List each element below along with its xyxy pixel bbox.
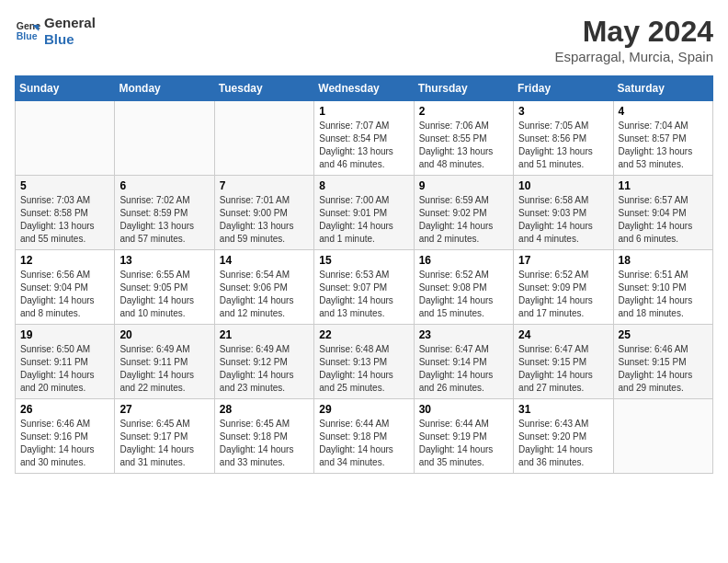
day-number: 16	[419, 254, 508, 267]
day-number: 29	[319, 403, 408, 416]
logo: General Blue General Blue	[15, 15, 96, 48]
calendar-cell	[115, 101, 214, 176]
day-info: Sunrise: 6:46 AM Sunset: 9:15 PM Dayligh…	[619, 343, 708, 395]
day-number: 12	[20, 254, 109, 267]
week-row-5: 26Sunrise: 6:46 AM Sunset: 9:16 PM Dayli…	[16, 399, 713, 474]
day-number: 3	[518, 105, 608, 118]
day-info: Sunrise: 6:44 AM Sunset: 9:18 PM Dayligh…	[319, 418, 408, 469]
day-info: Sunrise: 7:05 AM Sunset: 8:56 PM Dayligh…	[518, 120, 608, 171]
week-row-1: 1Sunrise: 7:07 AM Sunset: 8:54 PM Daylig…	[16, 101, 713, 176]
day-info: Sunrise: 6:45 AM Sunset: 9:18 PM Dayligh…	[220, 418, 309, 469]
logo-icon: General Blue	[15, 18, 40, 44]
calendar-cell: 13Sunrise: 6:55 AM Sunset: 9:05 PM Dayli…	[115, 250, 214, 325]
calendar-cell: 20Sunrise: 6:49 AM Sunset: 9:11 PM Dayli…	[115, 325, 214, 399]
calendar-cell: 1Sunrise: 7:07 AM Sunset: 8:54 PM Daylig…	[314, 101, 414, 176]
day-info: Sunrise: 7:02 AM Sunset: 8:59 PM Dayligh…	[119, 194, 209, 246]
calendar-cell: 27Sunrise: 6:45 AM Sunset: 9:17 PM Dayli…	[115, 399, 214, 474]
day-number: 15	[319, 254, 408, 267]
col-header-wednesday: Wednesday	[314, 76, 414, 101]
day-info: Sunrise: 6:52 AM Sunset: 9:08 PM Dayligh…	[419, 269, 508, 320]
day-number: 8	[319, 179, 408, 192]
day-info: Sunrise: 7:04 AM Sunset: 8:57 PM Dayligh…	[619, 120, 708, 171]
calendar-cell: 16Sunrise: 6:52 AM Sunset: 9:08 PM Dayli…	[414, 250, 513, 325]
day-info: Sunrise: 7:03 AM Sunset: 8:58 PM Dayligh…	[20, 194, 109, 246]
calendar-cell	[214, 101, 313, 176]
day-info: Sunrise: 6:57 AM Sunset: 9:04 PM Dayligh…	[619, 194, 708, 246]
subtitle: Esparragal, Murcia, Spain	[554, 49, 713, 64]
calendar-cell	[613, 399, 712, 474]
main-title: May 2024	[554, 15, 713, 49]
day-info: Sunrise: 6:54 AM Sunset: 9:06 PM Dayligh…	[220, 269, 309, 320]
day-info: Sunrise: 6:45 AM Sunset: 9:17 PM Dayligh…	[119, 418, 209, 469]
col-header-monday: Monday	[115, 76, 214, 101]
calendar-table: SundayMondayTuesdayWednesdayThursdayFrid…	[15, 75, 713, 474]
calendar-cell: 25Sunrise: 6:46 AM Sunset: 9:15 PM Dayli…	[613, 325, 712, 399]
week-row-2: 5Sunrise: 7:03 AM Sunset: 8:58 PM Daylig…	[16, 176, 713, 250]
day-number: 19	[20, 328, 109, 341]
day-number: 1	[319, 105, 408, 118]
calendar-cell: 5Sunrise: 7:03 AM Sunset: 8:58 PM Daylig…	[16, 176, 115, 250]
calendar-cell: 14Sunrise: 6:54 AM Sunset: 9:06 PM Dayli…	[214, 250, 313, 325]
day-info: Sunrise: 7:01 AM Sunset: 9:00 PM Dayligh…	[220, 194, 309, 246]
calendar-cell: 26Sunrise: 6:46 AM Sunset: 9:16 PM Dayli…	[16, 399, 115, 474]
calendar-cell: 8Sunrise: 7:00 AM Sunset: 9:01 PM Daylig…	[314, 176, 414, 250]
calendar-cell: 22Sunrise: 6:48 AM Sunset: 9:13 PM Dayli…	[314, 325, 414, 399]
calendar-cell: 18Sunrise: 6:51 AM Sunset: 9:10 PM Dayli…	[613, 250, 712, 325]
calendar-cell: 17Sunrise: 6:52 AM Sunset: 9:09 PM Dayli…	[514, 250, 613, 325]
day-info: Sunrise: 6:49 AM Sunset: 9:11 PM Dayligh…	[119, 343, 209, 395]
calendar-cell: 29Sunrise: 6:44 AM Sunset: 9:18 PM Dayli…	[314, 399, 414, 474]
day-number: 14	[220, 254, 309, 267]
day-info: Sunrise: 6:47 AM Sunset: 9:15 PM Dayligh…	[518, 343, 608, 395]
col-header-friday: Friday	[514, 76, 613, 101]
calendar-cell: 15Sunrise: 6:53 AM Sunset: 9:07 PM Dayli…	[314, 250, 414, 325]
col-header-sunday: Sunday	[16, 76, 115, 101]
day-info: Sunrise: 6:56 AM Sunset: 9:04 PM Dayligh…	[20, 269, 109, 320]
day-number: 4	[619, 105, 708, 118]
day-info: Sunrise: 6:46 AM Sunset: 9:16 PM Dayligh…	[20, 418, 109, 469]
calendar-cell: 10Sunrise: 6:58 AM Sunset: 9:03 PM Dayli…	[514, 176, 613, 250]
day-number: 21	[220, 328, 309, 341]
day-number: 27	[119, 403, 209, 416]
day-number: 20	[119, 328, 209, 341]
day-info: Sunrise: 6:44 AM Sunset: 9:19 PM Dayligh…	[419, 418, 508, 469]
calendar-cell: 3Sunrise: 7:05 AM Sunset: 8:56 PM Daylig…	[514, 101, 613, 176]
day-number: 9	[419, 179, 508, 192]
day-info: Sunrise: 6:55 AM Sunset: 9:05 PM Dayligh…	[119, 269, 209, 320]
week-row-3: 12Sunrise: 6:56 AM Sunset: 9:04 PM Dayli…	[16, 250, 713, 325]
day-info: Sunrise: 6:51 AM Sunset: 9:10 PM Dayligh…	[619, 269, 708, 320]
day-number: 22	[319, 328, 408, 341]
day-number: 24	[518, 328, 608, 341]
svg-text:Blue: Blue	[17, 30, 38, 41]
day-info: Sunrise: 6:52 AM Sunset: 9:09 PM Dayligh…	[518, 269, 608, 320]
day-info: Sunrise: 6:53 AM Sunset: 9:07 PM Dayligh…	[319, 269, 408, 320]
day-number: 13	[119, 254, 209, 267]
day-number: 17	[518, 254, 608, 267]
day-info: Sunrise: 6:48 AM Sunset: 9:13 PM Dayligh…	[319, 343, 408, 395]
logo-line2: Blue	[44, 31, 96, 48]
calendar-cell: 28Sunrise: 6:45 AM Sunset: 9:18 PM Dayli…	[214, 399, 313, 474]
calendar-cell: 9Sunrise: 6:59 AM Sunset: 9:02 PM Daylig…	[414, 176, 513, 250]
week-row-4: 19Sunrise: 6:50 AM Sunset: 9:11 PM Dayli…	[16, 325, 713, 399]
calendar-cell: 4Sunrise: 7:04 AM Sunset: 8:57 PM Daylig…	[613, 101, 712, 176]
calendar-cell	[16, 101, 115, 176]
day-info: Sunrise: 6:43 AM Sunset: 9:20 PM Dayligh…	[518, 418, 608, 469]
day-info: Sunrise: 6:49 AM Sunset: 9:12 PM Dayligh…	[220, 343, 309, 395]
day-info: Sunrise: 6:58 AM Sunset: 9:03 PM Dayligh…	[518, 194, 608, 246]
calendar-cell: 2Sunrise: 7:06 AM Sunset: 8:55 PM Daylig…	[414, 101, 513, 176]
calendar-cell: 23Sunrise: 6:47 AM Sunset: 9:14 PM Dayli…	[414, 325, 513, 399]
calendar-cell: 31Sunrise: 6:43 AM Sunset: 9:20 PM Dayli…	[514, 399, 613, 474]
day-number: 18	[619, 254, 708, 267]
day-number: 31	[518, 403, 608, 416]
day-info: Sunrise: 6:50 AM Sunset: 9:11 PM Dayligh…	[20, 343, 109, 395]
calendar-cell: 30Sunrise: 6:44 AM Sunset: 9:19 PM Dayli…	[414, 399, 513, 474]
day-info: Sunrise: 7:06 AM Sunset: 8:55 PM Dayligh…	[419, 120, 508, 171]
day-info: Sunrise: 6:59 AM Sunset: 9:02 PM Dayligh…	[419, 194, 508, 246]
calendar-cell: 19Sunrise: 6:50 AM Sunset: 9:11 PM Dayli…	[16, 325, 115, 399]
calendar-cell: 7Sunrise: 7:01 AM Sunset: 9:00 PM Daylig…	[214, 176, 313, 250]
day-info: Sunrise: 7:07 AM Sunset: 8:54 PM Dayligh…	[319, 120, 408, 171]
header-row: SundayMondayTuesdayWednesdayThursdayFrid…	[16, 76, 713, 101]
title-block: May 2024 Esparragal, Murcia, Spain	[554, 15, 713, 64]
day-number: 2	[419, 105, 508, 118]
col-header-tuesday: Tuesday	[214, 76, 313, 101]
day-info: Sunrise: 7:00 AM Sunset: 9:01 PM Dayligh…	[319, 194, 408, 246]
